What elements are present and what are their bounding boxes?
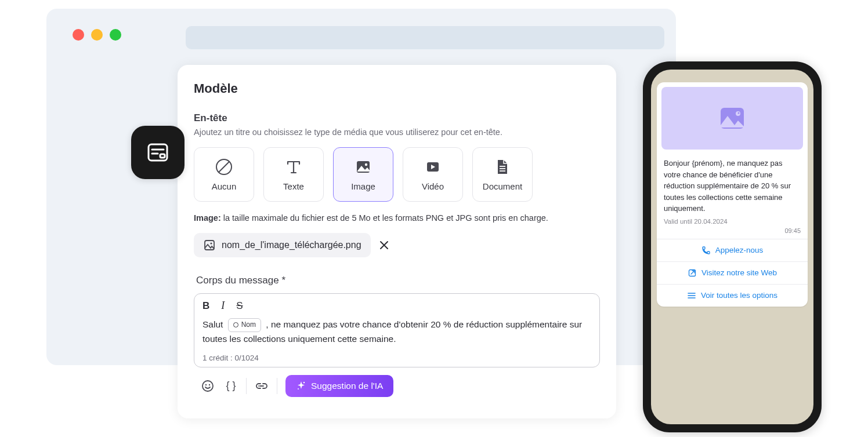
svg-point-15 (205, 384, 207, 385)
message-time: 09:45 (657, 227, 808, 239)
message-bubble: Bonjour {prénom}, ne manquez pas votre c… (657, 82, 808, 307)
media-label: Image (351, 181, 375, 191)
emoji-icon (201, 380, 214, 392)
svg-rect-12 (205, 241, 214, 250)
ai-button-label: Suggestion de l'IA (311, 381, 383, 391)
body-editor[interactable]: B I S Salut Nom , ne manquez pas votre c… (194, 293, 600, 367)
image-hint: Image: la taille maximale du fichier est… (194, 213, 600, 223)
url-bar[interactable] (186, 26, 664, 49)
media-option-texte[interactable]: Texte (263, 147, 324, 202)
strike-button[interactable]: S (236, 300, 243, 312)
none-icon (214, 157, 234, 177)
file-name: nom_de_l'image_téléchargée.png (222, 240, 361, 250)
message-valid: Valid until 20.04.2024 (657, 218, 808, 227)
action-label: Visitez notre site Web (701, 268, 777, 277)
document-icon (494, 158, 511, 176)
svg-point-7 (365, 163, 367, 165)
media-option-video[interactable]: Vidéo (403, 147, 463, 202)
ai-suggestion-button[interactable]: Suggestion de l'IA (285, 375, 393, 397)
app-badge (131, 126, 185, 179)
bottom-toolbar: { } Suggestion de l'IA (194, 374, 600, 398)
close-icon (379, 240, 389, 250)
image-placeholder-icon (718, 105, 746, 131)
toolbar-divider (277, 378, 277, 394)
media-label: Texte (283, 181, 304, 191)
link-button[interactable] (250, 374, 273, 398)
message-body: Bonjour {prénom}, ne manquez pas votre c… (657, 154, 808, 218)
media-option-image[interactable]: Image (333, 147, 393, 202)
external-link-icon (688, 268, 697, 278)
template-card-icon (145, 140, 171, 165)
svg-rect-3 (160, 154, 165, 158)
media-option-aucun[interactable]: Aucun (194, 147, 254, 202)
link-icon (255, 379, 269, 393)
svg-point-21 (738, 112, 740, 114)
circle-icon (233, 322, 238, 327)
media-options: Aucun Texte Image Vidéo Document (194, 147, 600, 202)
braces-icon: { } (226, 380, 236, 392)
toolbar-divider (246, 378, 247, 394)
body-prefix: Salut (202, 319, 226, 329)
traffic-red (73, 29, 84, 41)
variable-pill[interactable]: Nom (228, 318, 261, 332)
body-label: Corps du message * (196, 275, 600, 286)
template-card: Modèle En-tête Ajoutez un titre ou chois… (178, 65, 616, 418)
action-label: Voir toutes les options (701, 291, 777, 300)
media-label: Aucun (212, 181, 237, 191)
traffic-lights (73, 29, 121, 41)
action-link[interactable]: Visitez notre site Web (657, 261, 808, 284)
body-content[interactable]: Salut Nom , ne manquez pas votre chance … (202, 318, 591, 350)
message-image-placeholder (661, 87, 803, 150)
header-desc: Ajoutez un titre ou choisissez le type d… (194, 128, 600, 137)
remove-file-button[interactable] (379, 240, 389, 250)
emoji-button[interactable] (196, 374, 219, 398)
video-icon (424, 158, 442, 176)
phone-icon (701, 246, 711, 255)
media-option-document[interactable]: Document (472, 147, 533, 202)
svg-point-14 (202, 381, 213, 391)
svg-point-13 (210, 242, 212, 244)
svg-line-5 (219, 162, 229, 172)
credit-counter: 1 crédit : 0/1024 (202, 354, 591, 362)
phone-preview: Bonjour {prénom}, ne manquez pas votre c… (643, 61, 822, 432)
image-hint-text: la taille maximale du fichier est de 5 M… (221, 213, 548, 223)
media-label: Document (483, 181, 522, 191)
svg-point-16 (209, 384, 210, 385)
action-label: Appelez-nous (715, 246, 764, 254)
list-icon (687, 291, 696, 300)
media-label: Vidéo (422, 181, 444, 191)
variable-button[interactable]: { } (219, 374, 243, 398)
format-toolbar: B I S (202, 300, 591, 312)
traffic-yellow (91, 29, 103, 41)
header-label: En-tête (194, 112, 600, 124)
card-title: Modèle (194, 81, 600, 96)
variable-name: Nom (241, 319, 256, 330)
svg-point-17 (303, 381, 305, 383)
action-all[interactable]: Voir toutes les options (657, 284, 808, 307)
action-call[interactable]: Appelez-nous (657, 239, 808, 261)
svg-point-18 (298, 388, 299, 389)
phone-screen: Bonjour {prénom}, ne manquez pas votre c… (651, 70, 813, 424)
image-file-icon (203, 239, 216, 252)
uploaded-file-chip[interactable]: nom_de_l'image_téléchargée.png (194, 233, 371, 257)
image-hint-prefix: Image: (194, 213, 221, 223)
text-icon (285, 158, 302, 176)
italic-button[interactable]: I (221, 300, 225, 312)
image-icon (355, 158, 372, 176)
traffic-green (110, 29, 121, 41)
sparkle-icon (296, 381, 306, 391)
bold-button[interactable]: B (202, 300, 209, 312)
